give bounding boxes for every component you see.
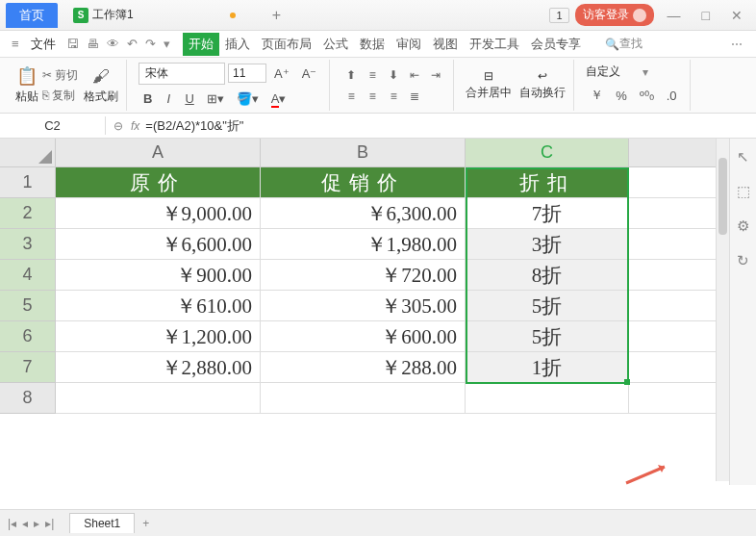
sheet-tab[interactable]: Sheet1 — [69, 513, 135, 533]
font-color-button[interactable]: A▾ — [266, 89, 291, 109]
align-left-button[interactable]: ≡ — [341, 88, 361, 105]
guest-login-button[interactable]: 访客登录 — [575, 4, 654, 26]
cell-b3[interactable]: ￥1,980.00 — [261, 229, 466, 260]
cell-b6[interactable]: ￥600.00 — [261, 321, 466, 352]
cancel-icon[interactable]: ⊖ — [113, 119, 123, 133]
cell-b4[interactable]: ￥720.00 — [261, 260, 466, 291]
cell-c2[interactable]: 7折 — [466, 198, 629, 229]
formula-input[interactable]: =(B2/A2)*10&"折" — [145, 117, 243, 135]
align-bottom-button[interactable]: ⬇ — [384, 66, 403, 84]
cell-c3[interactable]: 3折 — [466, 229, 629, 260]
format-select[interactable]: 自定义 — [586, 64, 620, 80]
cell-a5[interactable]: ￥610.00 — [56, 291, 261, 321]
row-header-3[interactable]: 3 — [0, 229, 56, 260]
col-header-c[interactable]: C — [466, 139, 629, 167]
add-sheet-button[interactable]: + — [142, 517, 149, 530]
select-all-corner[interactable] — [0, 139, 56, 167]
close-button[interactable]: ✕ — [723, 4, 750, 27]
cell-b8[interactable] — [261, 383, 466, 414]
save-icon[interactable]: 🖫 — [63, 37, 82, 51]
sheet-first-icon[interactable]: |◂ — [8, 517, 16, 530]
cell-d2[interactable] — [629, 198, 722, 229]
pointer-icon[interactable]: ↖ — [737, 148, 749, 166]
wrap-button[interactable]: ↩ 自动换行 — [519, 69, 566, 101]
align-top-button[interactable]: ⬆ — [341, 66, 361, 84]
row-header-4[interactable]: 4 — [0, 260, 56, 291]
fill-color-button[interactable]: 🪣▾ — [232, 89, 264, 109]
tab-view[interactable]: 视图 — [427, 33, 464, 56]
row-header-8[interactable]: 8 — [0, 383, 56, 414]
settings-icon[interactable]: ⚙ — [737, 217, 749, 235]
tab-data[interactable]: 数据 — [354, 33, 391, 56]
tab-start[interactable]: 开始 — [183, 33, 219, 56]
cut-button[interactable]: ✂剪切 — [42, 67, 78, 84]
align-center-button[interactable]: ≡ — [363, 88, 382, 105]
tab-dev[interactable]: 开发工具 — [464, 33, 525, 56]
cell-d5[interactable] — [629, 291, 722, 321]
cell-a4[interactable]: ￥900.00 — [56, 260, 261, 291]
indent-left-button[interactable]: ⇤ — [405, 66, 424, 84]
tab-layout[interactable]: 页面布局 — [256, 33, 317, 56]
cell-d7[interactable] — [629, 352, 722, 383]
underline-button[interactable]: U — [180, 89, 198, 109]
tab-review[interactable]: 审阅 — [391, 33, 427, 56]
cell-d4[interactable] — [629, 260, 722, 291]
cell-d8[interactable] — [629, 383, 722, 414]
name-box[interactable]: C2 — [0, 116, 106, 135]
align-middle-button[interactable]: ≡ — [363, 66, 382, 84]
indent-right-button[interactable]: ⇥ — [426, 66, 445, 84]
row-header-5[interactable]: 5 — [0, 291, 56, 321]
cell-a3[interactable]: ￥6,600.00 — [56, 229, 261, 260]
row-header-7[interactable]: 7 — [0, 352, 56, 383]
cell-d1[interactable] — [629, 167, 722, 198]
align-right-button[interactable]: ≡ — [384, 88, 403, 105]
sheet-prev-icon[interactable]: ◂ — [22, 517, 28, 530]
maximize-button[interactable]: □ — [694, 4, 718, 27]
sheet-next-icon[interactable]: ▸ — [34, 517, 39, 530]
percent-button[interactable]: % — [611, 86, 632, 106]
cell-c5[interactable]: 5折 — [466, 291, 629, 321]
bold-button[interactable]: B — [139, 89, 157, 109]
row-header-2[interactable]: 2 — [0, 198, 56, 229]
cell-b2[interactable]: ￥6,300.00 — [261, 198, 466, 229]
col-header-a[interactable]: A — [56, 139, 261, 167]
undo-icon[interactable]: ↶ — [124, 37, 140, 51]
search-box[interactable]: 🔍 查找 — [598, 33, 649, 55]
row-header-1[interactable]: 1 — [0, 167, 56, 198]
tab-formula[interactable]: 公式 — [317, 33, 354, 56]
redo-icon[interactable]: ↷ — [142, 37, 159, 51]
font-size-select[interactable]: 11 — [228, 64, 266, 83]
page-indicator[interactable]: 1 — [549, 8, 568, 23]
dropdown-icon[interactable]: ▾ — [161, 37, 173, 51]
increase-font-button[interactable]: A⁺ — [269, 64, 294, 84]
italic-button[interactable]: I — [160, 89, 177, 109]
comma-button[interactable]: º⁰₀ — [635, 86, 659, 106]
font-name-select[interactable]: 宋体 — [139, 63, 225, 85]
cell-a1[interactable]: 原价 — [56, 167, 261, 198]
sheet-last-icon[interactable]: ▸| — [45, 517, 54, 530]
cell-c1[interactable]: 折扣 — [466, 167, 629, 198]
decimal-button[interactable]: .0 — [662, 86, 682, 106]
cell-b7[interactable]: ￥288.00 — [261, 352, 466, 383]
col-header-b[interactable]: B — [261, 139, 466, 167]
cell-c8[interactable] — [466, 383, 629, 414]
cell-a8[interactable] — [56, 383, 261, 414]
paste-button[interactable]: 📋 粘贴 — [15, 65, 38, 105]
history-icon[interactable]: ↻ — [737, 252, 749, 269]
preview-icon[interactable]: 👁 — [104, 37, 122, 51]
col-header-d[interactable] — [629, 139, 722, 167]
cell-a6[interactable]: ￥1,200.00 — [56, 321, 261, 352]
tab-vip[interactable]: 会员专享 — [525, 33, 587, 56]
home-tab[interactable]: 首页 — [6, 3, 58, 28]
new-tab-button[interactable]: + — [265, 7, 289, 24]
tab-insert[interactable]: 插入 — [219, 33, 256, 56]
format-painter-button[interactable]: 🖌 格式刷 — [84, 66, 118, 105]
cell-c7[interactable]: 1折 — [466, 352, 629, 383]
cell-d3[interactable] — [629, 229, 722, 260]
minimize-button[interactable]: — — [660, 4, 689, 27]
cell-a7[interactable]: ￥2,880.00 — [56, 352, 261, 383]
more-icon[interactable]: ⋯ — [725, 38, 748, 51]
fx-icon[interactable]: fx — [131, 119, 139, 133]
copy-button[interactable]: ⎘复制 — [42, 88, 78, 104]
row-header-6[interactable]: 6 — [0, 321, 56, 352]
